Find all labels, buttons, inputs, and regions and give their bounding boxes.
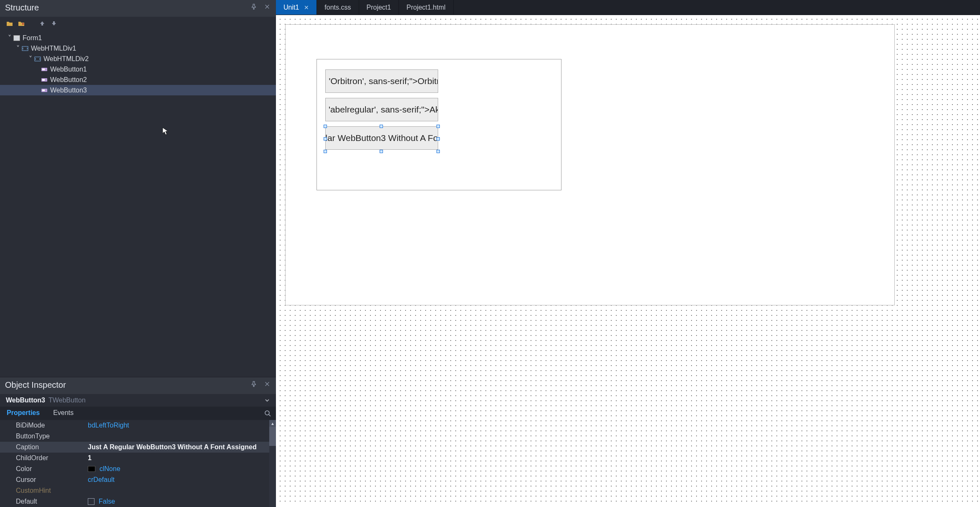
svg-rect-3 <box>42 69 45 70</box>
selection-handle[interactable] <box>436 125 440 128</box>
folder-icon[interactable] <box>6 20 13 27</box>
pin-icon[interactable] <box>251 381 258 389</box>
form-icon <box>13 35 20 41</box>
webbutton3[interactable]: ılar WebButton3 Without A Foı <box>325 126 438 150</box>
selection-handle[interactable] <box>380 150 383 153</box>
structure-toolbar <box>0 17 276 30</box>
structure-header: Structure <box>0 0 276 17</box>
prop-value-text: clNone <box>100 465 120 473</box>
prop-default[interactable]: Default False <box>0 496 276 507</box>
inspector-tabs: Properties Events <box>0 407 276 420</box>
tree-label: WebHTMLDiv2 <box>43 55 89 63</box>
tab-label: Project1.html <box>406 4 445 11</box>
tab-fonts-css[interactable]: fonts.css <box>317 0 359 15</box>
tab-events[interactable]: Events <box>46 407 80 420</box>
mouse-cursor-icon <box>162 127 276 136</box>
prop-value-text: False <box>99 498 115 505</box>
button-icon <box>41 87 48 93</box>
webhtmldiv2-panel[interactable]: : 'Orbitron', sans-serif;">Orbitr : 'abe… <box>316 59 561 190</box>
inspector-header: Object Inspector <box>0 377 276 394</box>
svg-point-8 <box>265 411 269 415</box>
expand-icon[interactable]: ˅ <box>14 44 22 52</box>
properties-scrollbar[interactable]: ▲ <box>269 420 276 507</box>
selection-handle[interactable] <box>324 150 327 153</box>
structure-tree[interactable]: ˅ Form1 ˅ WebHTMLDiv1 ˅ WebHTMLDiv2 WebB… <box>0 30 276 377</box>
tree-node-webhtmldiv2[interactable]: ˅ WebHTMLDiv2 <box>0 54 276 64</box>
prop-customhint[interactable]: CustomHint <box>0 485 276 496</box>
button-caption: : 'Orbitron', sans-serif;">Orbitr <box>325 76 438 86</box>
arrow-down-icon[interactable] <box>50 20 58 27</box>
expand-icon[interactable]: ˅ <box>27 55 34 63</box>
color-swatch <box>88 466 95 472</box>
svg-rect-0 <box>22 46 28 51</box>
properties-grid[interactable]: BiDiMode bdLeftToRight ButtonType Captio… <box>0 420 276 507</box>
folder-x-icon[interactable] <box>18 20 25 27</box>
inspector-title: Object Inspector <box>5 380 245 390</box>
selection-handle[interactable] <box>436 150 440 153</box>
tree-node-webbutton2[interactable]: WebButton2 <box>0 74 276 85</box>
prop-childorder[interactable]: ChildOrder 1 <box>0 453 276 463</box>
webbutton1[interactable]: : 'Orbitron', sans-serif;">Orbitr <box>325 69 438 93</box>
selection-handle[interactable] <box>436 137 440 141</box>
selection-handle[interactable] <box>324 125 327 128</box>
scroll-thumb[interactable] <box>269 427 276 446</box>
document-tabs: Unit1 ✕ fonts.css Project1 Project1.html <box>276 0 980 15</box>
tree-label: WebButton1 <box>50 66 87 73</box>
chevron-down-icon[interactable] <box>264 397 270 403</box>
checkbox-icon[interactable] <box>88 498 94 505</box>
inspector-object-selector[interactable]: WebButton3 TWebButton <box>0 394 276 407</box>
close-icon[interactable] <box>264 4 272 11</box>
inspector-object-type: TWebButton <box>48 397 86 404</box>
button-caption: ılar WebButton3 Without A Foı <box>325 133 438 143</box>
button-caption: : 'abelregular', sans-serif;">Ak <box>325 105 438 115</box>
prop-color[interactable]: Color clNone <box>0 463 276 474</box>
scroll-up-icon[interactable]: ▲ <box>269 420 276 427</box>
arrow-up-icon[interactable] <box>38 20 46 27</box>
close-icon[interactable]: ✕ <box>304 4 309 11</box>
tree-node-form1[interactable]: ˅ Form1 <box>0 33 276 43</box>
prop-caption[interactable]: Caption Just A Regular WebButton3 Withou… <box>0 442 276 453</box>
close-icon[interactable] <box>264 381 272 389</box>
prop-cursor[interactable]: Cursor crDefault <box>0 474 276 485</box>
tab-properties[interactable]: Properties <box>0 407 46 420</box>
tab-project1[interactable]: Project1 <box>359 0 399 15</box>
div-icon <box>22 46 28 51</box>
tree-label: WebButton2 <box>50 76 87 84</box>
selection-handle[interactable] <box>324 137 327 141</box>
tab-unit1[interactable]: Unit1 ✕ <box>276 0 317 15</box>
tree-label: Form1 <box>23 34 42 42</box>
tree-label: WebButton3 <box>50 87 87 94</box>
tree-node-webbutton3[interactable]: WebButton3 <box>0 85 276 95</box>
form-canvas[interactable]: : 'Orbitron', sans-serif;">Orbitr : 'abe… <box>285 24 895 305</box>
svg-rect-5 <box>42 79 45 81</box>
prop-buttontype[interactable]: ButtonType <box>0 431 276 442</box>
svg-rect-7 <box>42 90 45 91</box>
structure-title: Structure <box>5 3 245 13</box>
form-designer[interactable]: : 'Orbitron', sans-serif;">Orbitr : 'abe… <box>276 15 980 507</box>
tree-node-webhtmldiv1[interactable]: ˅ WebHTMLDiv1 <box>0 43 276 54</box>
search-icon[interactable] <box>259 407 276 420</box>
inspector-object-name: WebButton3 <box>6 397 45 404</box>
expand-icon[interactable]: ˅ <box>6 34 13 42</box>
tree-label: WebHTMLDiv1 <box>31 45 76 52</box>
svg-rect-1 <box>35 57 41 61</box>
pin-icon[interactable] <box>251 4 258 11</box>
prop-bidimode[interactable]: BiDiMode bdLeftToRight <box>0 420 276 431</box>
tree-node-webbutton1[interactable]: WebButton1 <box>0 64 276 74</box>
button-icon <box>41 77 48 83</box>
selection-handle[interactable] <box>380 125 383 128</box>
div-icon <box>34 56 41 62</box>
tab-label: fonts.css <box>324 4 351 11</box>
tab-label: Project1 <box>367 4 391 11</box>
tab-project1-html[interactable]: Project1.html <box>399 0 453 15</box>
webbutton2[interactable]: : 'abelregular', sans-serif;">Ak <box>325 98 438 121</box>
button-icon <box>41 67 48 72</box>
tab-label: Unit1 <box>283 4 299 11</box>
